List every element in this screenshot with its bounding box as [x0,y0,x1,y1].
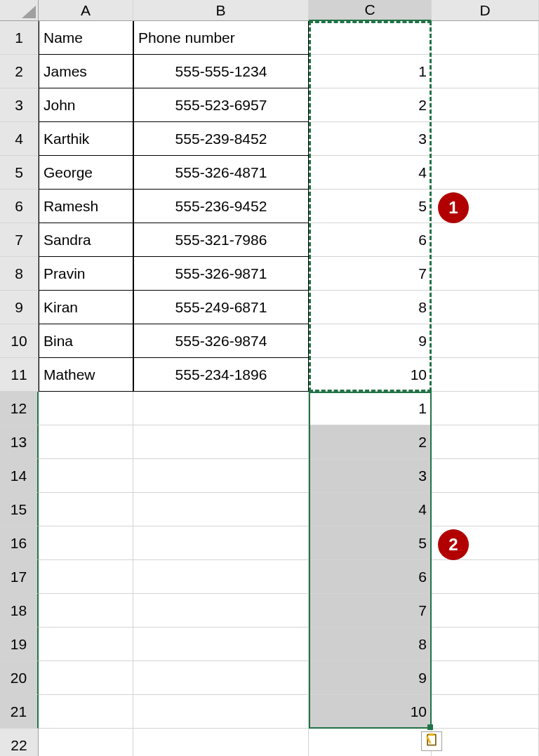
cell-empty[interactable] [432,594,539,628]
cell-empty[interactable] [39,729,133,756]
cell-empty[interactable] [432,358,539,392]
cell-empty[interactable] [39,425,133,459]
cell-empty[interactable] [432,425,539,459]
cell-empty[interactable] [432,223,539,257]
col-header-D[interactable]: D [432,0,539,21]
cell-empty[interactable] [432,695,539,729]
cell-phone[interactable]: 555-523-6957 [133,88,309,122]
row-header-3[interactable]: 3 [0,88,39,122]
cell-phone[interactable]: 555-326-4871 [133,156,309,190]
cell-series-top[interactable]: 10 [309,358,432,392]
cell-empty[interactable] [432,661,539,695]
cell-empty[interactable] [432,55,539,88]
cell-empty[interactable] [133,526,309,560]
cell-empty[interactable] [432,560,539,594]
row-header-13[interactable]: 13 [0,425,39,459]
cell-empty[interactable] [133,661,309,695]
cell-series-top[interactable]: 3 [309,122,432,156]
cell-series-bottom[interactable]: 8 [309,628,432,661]
cell-empty[interactable] [133,594,309,628]
cell-empty[interactable] [432,493,539,526]
cell-empty[interactable] [309,729,432,756]
cell-series-bottom[interactable]: 3 [309,459,432,493]
col-header-C[interactable]: C [309,0,432,21]
cell-series-top[interactable]: 4 [309,156,432,190]
cell-phone[interactable]: 555-326-9874 [133,324,309,358]
row-header-4[interactable]: 4 [0,122,39,156]
cell-A1[interactable]: Name [39,21,133,55]
cell-empty[interactable] [39,628,133,661]
row-header-1[interactable]: 1 [0,21,39,55]
cell-empty[interactable] [432,729,539,756]
row-header-15[interactable]: 15 [0,493,39,526]
cell-name[interactable]: James [39,55,133,88]
paste-options-button[interactable] [421,731,442,751]
cell-empty[interactable] [432,156,539,190]
cell-name[interactable]: Bina [39,324,133,358]
cell-empty[interactable] [432,122,539,156]
cell-empty[interactable] [432,291,539,324]
cell-phone[interactable]: 555-234-1896 [133,358,309,392]
cell-phone[interactable]: 555-326-9871 [133,257,309,291]
row-header-19[interactable]: 19 [0,628,39,661]
cell-empty[interactable] [39,560,133,594]
row-header-11[interactable]: 11 [0,358,39,392]
row-header-10[interactable]: 10 [0,324,39,358]
row-header-14[interactable]: 14 [0,459,39,493]
cell-name[interactable]: George [39,156,133,190]
row-header-8[interactable]: 8 [0,257,39,291]
cell-phone[interactable]: 555-249-6871 [133,291,309,324]
row-header-21[interactable]: 21 [0,695,39,729]
row-header-7[interactable]: 7 [0,223,39,257]
row-header-6[interactable]: 6 [0,190,39,223]
cell-empty[interactable] [39,493,133,526]
cell-C1[interactable] [309,21,432,55]
cell-series-top[interactable]: 2 [309,88,432,122]
cell-empty[interactable] [39,661,133,695]
cell-empty[interactable] [432,257,539,291]
cell-phone[interactable]: 555-236-9452 [133,190,309,223]
cell-series-bottom[interactable]: 5 [309,526,432,560]
col-header-A[interactable]: A [39,0,133,21]
row-header-2[interactable]: 2 [0,55,39,88]
cell-name[interactable]: Ramesh [39,190,133,223]
cell-empty[interactable] [39,594,133,628]
cell-name[interactable]: Kiran [39,291,133,324]
cell-series-bottom[interactable]: 10 [309,695,432,729]
cell-series-top[interactable]: 6 [309,223,432,257]
row-header-22[interactable]: 22 [0,729,39,756]
cell-empty[interactable] [39,392,133,425]
cell-B1[interactable]: Phone number [133,21,309,55]
cell-series-bottom[interactable]: 1 [309,392,432,425]
select-all-corner[interactable] [0,0,39,21]
cell-empty[interactable] [133,425,309,459]
cell-series-bottom[interactable]: 4 [309,493,432,526]
spreadsheet[interactable]: A B C D 1 Name Phone number 2 James 555-… [0,0,539,756]
cell-series-bottom[interactable]: 9 [309,661,432,695]
cell-phone[interactable]: 555-555-1234 [133,55,309,88]
cell-empty[interactable] [133,560,309,594]
row-header-17[interactable]: 17 [0,560,39,594]
cell-empty[interactable] [432,392,539,425]
col-header-B[interactable]: B [133,0,309,21]
cell-empty[interactable] [432,459,539,493]
row-header-16[interactable]: 16 [0,526,39,560]
cell-phone[interactable]: 555-239-8452 [133,122,309,156]
cell-D1[interactable] [432,21,539,55]
cell-empty[interactable] [39,459,133,493]
row-header-5[interactable]: 5 [0,156,39,190]
cell-empty[interactable] [432,88,539,122]
cell-empty[interactable] [432,628,539,661]
cell-empty[interactable] [133,459,309,493]
cell-name[interactable]: Sandra [39,223,133,257]
cell-empty[interactable] [133,729,309,756]
cell-series-top[interactable]: 1 [309,55,432,88]
cell-empty[interactable] [133,392,309,425]
cell-name[interactable]: Pravin [39,257,133,291]
cell-empty[interactable] [133,695,309,729]
row-header-18[interactable]: 18 [0,594,39,628]
cell-name[interactable]: Karthik [39,122,133,156]
cell-empty[interactable] [432,324,539,358]
cell-name[interactable]: John [39,88,133,122]
cell-empty[interactable] [133,493,309,526]
